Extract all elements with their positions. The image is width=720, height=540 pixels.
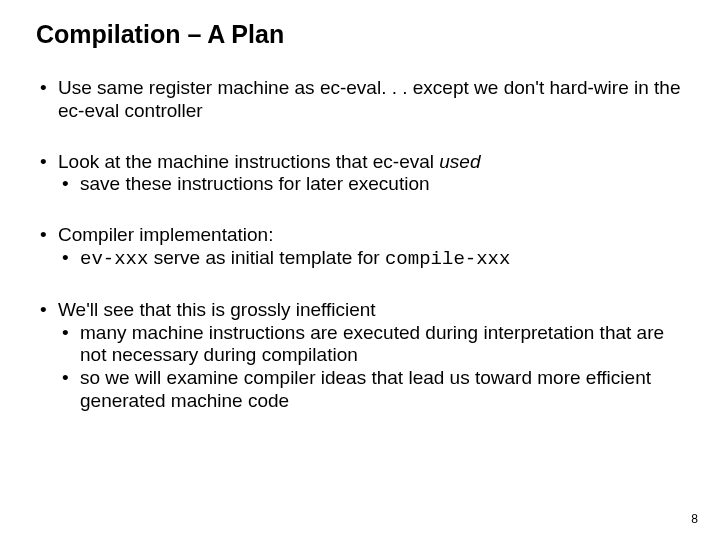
list-item: ev-xxx serve as initial template for com… <box>58 247 684 271</box>
list-item: We'll see that this is grossly inefficie… <box>36 299 684 413</box>
list-item: Compiler implementation: ev-xxx serve as… <box>36 224 684 271</box>
sub-list: many machine instructions are executed d… <box>58 322 684 413</box>
list-item: many machine instructions are executed d… <box>58 322 684 368</box>
list-item: so we will examine compiler ideas that l… <box>58 367 684 413</box>
list-item: save these instructions for later execut… <box>58 173 684 196</box>
bullet-text: We'll see that this is grossly inefficie… <box>58 299 376 320</box>
slide-title: Compilation – A Plan <box>36 20 684 49</box>
bullet-text: Look at the machine instructions that ec… <box>58 151 439 172</box>
bullet-list: Use same register machine as ec-eval. . … <box>36 77 684 413</box>
bullet-text: Compiler implementation: <box>58 224 273 245</box>
list-item: Look at the machine instructions that ec… <box>36 151 684 197</box>
list-item: Use same register machine as ec-eval. . … <box>36 77 684 123</box>
code-text: ev-xxx <box>80 248 148 270</box>
code-text: compile-xxx <box>385 248 510 270</box>
sub-list: ev-xxx serve as initial template for com… <box>58 247 684 271</box>
bullet-text: Use same register machine as ec-eval. . … <box>58 77 680 121</box>
slide: Compilation – A Plan Use same register m… <box>0 0 720 540</box>
bullet-text: serve as initial template for <box>148 247 385 268</box>
page-number: 8 <box>691 512 698 526</box>
sub-list: save these instructions for later execut… <box>58 173 684 196</box>
bullet-text: save these instructions for later execut… <box>80 173 430 194</box>
bullet-text: so we will examine compiler ideas that l… <box>80 367 651 411</box>
bullet-text: many machine instructions are executed d… <box>80 322 664 366</box>
italic-text: used <box>439 151 480 172</box>
